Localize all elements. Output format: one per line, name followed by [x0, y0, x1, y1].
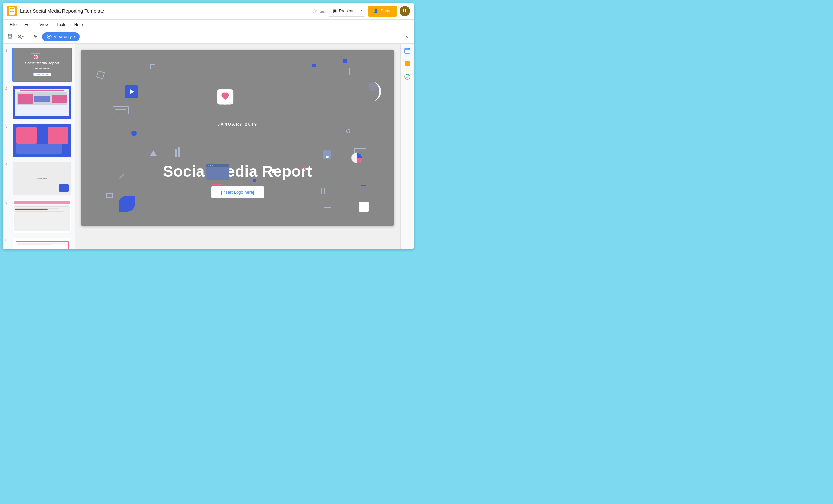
deco-small-blue-rect [253, 179, 256, 182]
deco-diamond-right [346, 128, 351, 134]
deco-pie-chart [351, 152, 362, 164]
deco-curve-right [365, 82, 381, 101]
menu-bar: File Edit View Tools Help [3, 20, 414, 30]
check-circle-icon[interactable] [403, 72, 412, 81]
deco-mobile-outline [321, 188, 325, 194]
present-dropdown[interactable]: ▾ [358, 6, 365, 16]
deco-blue-sq-top-right [343, 59, 347, 63]
slide-thumb-3[interactable] [13, 123, 72, 158]
slide-item-3[interactable]: 3 [3, 122, 74, 159]
deco-line-bottom-right [324, 207, 331, 208]
slide-number-4: 4 [5, 161, 10, 166]
menu-edit[interactable]: Edit [21, 21, 35, 28]
cloud-icon[interactable]: ☁ [319, 8, 325, 14]
present-button[interactable]: ▣ Present [328, 6, 358, 16]
print-button[interactable] [5, 32, 15, 42]
deco-pentagon [106, 193, 113, 198]
deco-triangle-outline [96, 70, 105, 79]
deco-sq-right [312, 64, 316, 67]
deco-white-rect-br [359, 202, 369, 212]
slide-number-2: 2 [5, 86, 10, 91]
star-icon[interactable]: ☆ [312, 8, 317, 14]
calendar-icon[interactable] [403, 46, 412, 55]
deco-white-rect-small [272, 169, 275, 173]
deco-pencil [119, 174, 125, 179]
toolbar: ▾ View only ▾ ∧ [3, 30, 414, 44]
menu-help[interactable]: Help [71, 21, 86, 28]
svg-line-5 [21, 38, 22, 39]
right-sidebar [400, 44, 414, 249]
menu-view[interactable]: View [36, 21, 52, 28]
slide-thumb-4[interactable]: Instagram [13, 161, 72, 195]
deco-blue-lines [361, 184, 369, 187]
deco-rect-right-1 [350, 68, 362, 75]
main-content: 1 Social Media Report [3, 44, 414, 249]
deco-rect-outline-1 [150, 64, 155, 69]
title-icons: ☆ ☁ [312, 8, 325, 14]
slide-item-4[interactable]: 4 Instagram [3, 160, 74, 197]
slide-item-1[interactable]: 1 Social Media Report [3, 46, 74, 83]
user-avatar[interactable]: U [400, 6, 410, 16]
zoom-button[interactable]: ▾ [16, 32, 25, 42]
deco-blue-shape [119, 195, 135, 212]
slide-canvas[interactable]: JANUARY 2019 Social Media Report [Insert… [81, 50, 394, 226]
slides-panel: 1 Social Media Report [3, 44, 75, 249]
view-only-button[interactable]: View only ▾ [42, 32, 80, 41]
svg-point-3 [11, 36, 12, 37]
menu-file[interactable]: File [6, 21, 20, 28]
deco-play-button [125, 85, 138, 98]
slide-item-5[interactable]: 5 [3, 198, 74, 235]
deco-chat-lines [113, 106, 129, 114]
deco-blue-dot [132, 131, 137, 136]
svg-point-24 [405, 74, 410, 79]
deco-pink-line [213, 184, 222, 186]
deco-triangle-small [150, 150, 157, 155]
svg-rect-19 [405, 48, 410, 53]
slide-thumb-2[interactable] [13, 86, 72, 120]
slide-month-year: JANUARY 2019 [217, 122, 257, 126]
document-title: Later Social Media Reporting Template [20, 8, 309, 14]
slide-item-2[interactable]: 2 [3, 84, 74, 121]
deco-bars [175, 147, 180, 157]
heart-bubble-icon [216, 89, 234, 109]
present-button-group: ▣ Present ▾ [328, 5, 365, 17]
deco-lock-icon [324, 150, 331, 160]
bookmark-icon[interactable] [403, 59, 412, 68]
toolbar-separator-1 [28, 33, 28, 40]
slide-logo-box: [Insert Logo here] [211, 187, 264, 198]
app-logo [6, 6, 17, 16]
menu-tools[interactable]: Tools [53, 21, 69, 28]
slide-thumb-6[interactable]: Later [13, 237, 72, 249]
app-window: Later Social Media Reporting Template ☆ … [3, 3, 414, 249]
svg-rect-2 [9, 38, 11, 39]
slide-thumb-1[interactable]: Social Media Report [Insert Logo here] S… [13, 48, 72, 82]
toolbar-collapse[interactable]: ∧ [402, 32, 411, 41]
title-right: ▣ Present ▾ 👤 Share U [328, 5, 410, 17]
slide-item-6[interactable]: 6 Later [3, 236, 74, 249]
title-bar: Later Social Media Reporting Template ☆ … [3, 3, 414, 20]
deco-browser [206, 164, 229, 180]
slide-main-title: Social Media Report [163, 162, 312, 180]
slide-thumb-5[interactable] [13, 199, 72, 234]
share-button[interactable]: 👤 Share [368, 5, 397, 17]
deco-pink-dots [301, 167, 306, 169]
slide1-thumb-text: Social Media Report [33, 67, 51, 69]
editor-area: JANUARY 2019 Social Media Report [Insert… [75, 44, 400, 249]
slide-number-6: 6 [5, 237, 10, 242]
share-icon: 👤 [373, 8, 378, 13]
svg-point-9 [48, 36, 50, 38]
slide-number-1: 1 [5, 48, 10, 52]
slide-number-5: 5 [5, 199, 10, 204]
slide-number-3: 3 [5, 123, 10, 128]
cursor-button[interactable] [31, 32, 41, 42]
